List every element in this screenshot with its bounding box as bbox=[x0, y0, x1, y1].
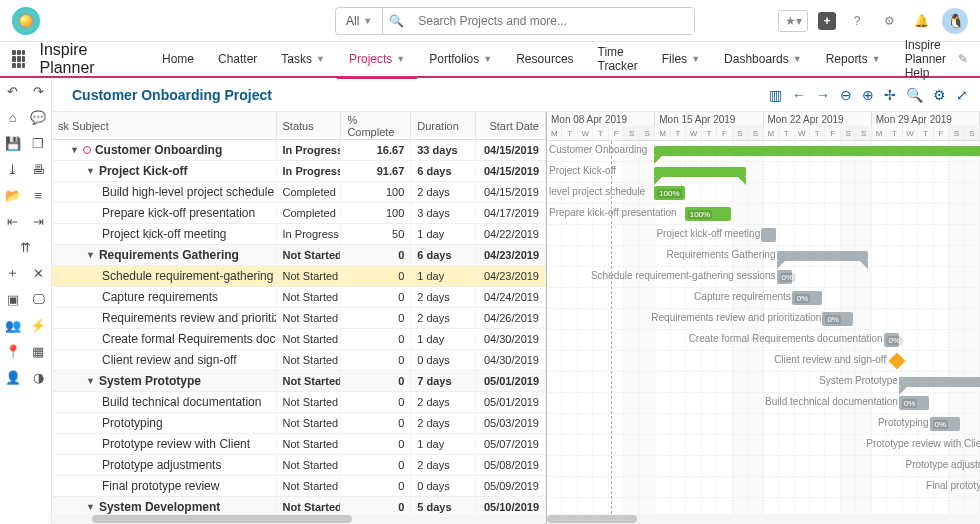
task-row[interactable]: Build high-level project scheduleComplet… bbox=[52, 182, 546, 203]
bolt-icon[interactable]: ⚡ bbox=[26, 312, 52, 338]
nav-time-tracker[interactable]: Time Tracker bbox=[586, 41, 650, 77]
col-task[interactable]: sk Subject bbox=[52, 112, 277, 139]
avatar[interactable]: 🐧 bbox=[942, 8, 968, 34]
gantt-bar[interactable] bbox=[899, 377, 980, 387]
task-row[interactable]: ▼Project Kick-offIn Progress91.676 days0… bbox=[52, 161, 546, 182]
caret-icon[interactable]: ▼ bbox=[86, 376, 95, 386]
task-row[interactable]: Create formal Requirements documentation… bbox=[52, 329, 546, 350]
task-row[interactable]: Prototype adjustmentsNot Started02 days0… bbox=[52, 455, 546, 476]
col-pct[interactable]: % Complete bbox=[341, 112, 411, 139]
arrow-left-icon[interactable]: ← bbox=[792, 87, 806, 103]
grid-scrollbar[interactable] bbox=[52, 514, 546, 524]
nav-inspire-planner-help[interactable]: Inspire Planner Help bbox=[893, 41, 958, 77]
undo-icon[interactable]: ↶ bbox=[0, 78, 26, 104]
list-icon[interactable]: ≡ bbox=[26, 182, 52, 208]
arrow-right-icon[interactable]: → bbox=[816, 87, 830, 103]
export-icon[interactable]: ⤓ bbox=[0, 156, 26, 182]
clipboard-icon[interactable]: ▣ bbox=[0, 286, 26, 312]
indent-left-icon[interactable]: ⇤ bbox=[0, 208, 26, 234]
col-status[interactable]: Status bbox=[277, 112, 342, 139]
save-icon[interactable]: 💾 bbox=[0, 130, 26, 156]
assign-icon[interactable]: 👤 bbox=[0, 364, 26, 390]
indent-right-icon[interactable]: ⇥ bbox=[26, 208, 52, 234]
task-row[interactable]: Capture requirementsNot Started02 days04… bbox=[52, 287, 546, 308]
milestone-icon[interactable] bbox=[889, 353, 906, 370]
settings-icon[interactable]: ⚙ bbox=[933, 87, 946, 103]
gantt-bar[interactable]: 0% bbox=[777, 270, 792, 284]
nav-projects[interactable]: Projects▼ bbox=[337, 41, 417, 77]
nav-bar: Inspire Planner HomeChatterTasks▼Project… bbox=[0, 42, 980, 78]
gantt-bar[interactable]: 0% bbox=[884, 333, 899, 347]
gauge-icon[interactable]: ◑ bbox=[26, 364, 52, 390]
gantt-scrollbar[interactable] bbox=[547, 514, 980, 524]
copy-icon[interactable]: ❐ bbox=[26, 130, 52, 156]
favorite-icon[interactable]: ★▾ bbox=[778, 10, 808, 32]
collapse-icon[interactable]: ⇈ bbox=[0, 234, 51, 260]
add-icon[interactable]: + bbox=[818, 12, 836, 30]
task-row[interactable]: Prepare kick-off presentationCompleted10… bbox=[52, 203, 546, 224]
users-icon[interactable]: 👥 bbox=[0, 312, 26, 338]
zoom-in-icon[interactable]: ⊕ bbox=[862, 87, 874, 103]
task-row[interactable]: Prototype review with ClientNot Started0… bbox=[52, 434, 546, 455]
nav-dashboards[interactable]: Dashboards▼ bbox=[712, 41, 814, 77]
caret-icon[interactable]: ▼ bbox=[86, 250, 95, 260]
app-launcher-icon[interactable] bbox=[12, 50, 25, 68]
task-row[interactable]: ▼System DevelopmentNot Started05 days05/… bbox=[52, 497, 546, 514]
gantt-bar[interactable]: 0% bbox=[930, 417, 961, 431]
task-row[interactable]: Client review and sign-offNot Started00 … bbox=[52, 350, 546, 371]
task-row[interactable]: ▼Customer OnboardingIn Progress16.6733 d… bbox=[52, 140, 546, 161]
search-filter[interactable]: All ▼ bbox=[336, 8, 383, 34]
nav-tasks[interactable]: Tasks▼ bbox=[269, 41, 337, 77]
redo-icon[interactable]: ↷ bbox=[26, 78, 52, 104]
close-icon[interactable]: ✕ bbox=[26, 260, 52, 286]
task-row[interactable]: Project kick-off meetingIn Progress501 d… bbox=[52, 224, 546, 245]
nav-home[interactable]: Home bbox=[150, 41, 206, 77]
task-row[interactable]: PrototypingNot Started02 days05/03/2019 bbox=[52, 413, 546, 434]
task-row[interactable]: Final prototype reviewNot Started00 days… bbox=[52, 476, 546, 497]
expand-icon[interactable]: ⤢ bbox=[956, 87, 968, 103]
search-icon-2[interactable]: 🔍 bbox=[906, 87, 923, 103]
nav-resources[interactable]: Resources bbox=[504, 41, 585, 77]
chat-icon[interactable]: 💬 bbox=[26, 104, 52, 130]
gantt-bar[interactable] bbox=[654, 167, 746, 177]
gantt-bar[interactable]: 0% bbox=[792, 291, 823, 305]
pencil-icon[interactable]: ✎ bbox=[958, 52, 968, 66]
nav-reports[interactable]: Reports▼ bbox=[814, 41, 893, 77]
col-dur[interactable]: Duration bbox=[411, 112, 476, 139]
caret-icon[interactable]: ▼ bbox=[70, 145, 79, 155]
task-row[interactable]: Build technical documentationNot Started… bbox=[52, 392, 546, 413]
caret-icon[interactable]: ▼ bbox=[86, 502, 95, 512]
nav-files[interactable]: Files▼ bbox=[650, 41, 712, 77]
gear-icon[interactable]: ⚙ bbox=[878, 10, 900, 32]
left-toolbar: ↶↷ ⌂💬 💾❐ ⤓🖶 📂≡ ⇤⇥ ⇈ ＋✕ ▣🖵 👥⚡ 📍▦ 👤◑ bbox=[0, 78, 52, 524]
nav-portfolios[interactable]: Portfolios▼ bbox=[417, 41, 504, 77]
task-row[interactable]: Schedule requirement-gathering sessionsN… bbox=[52, 266, 546, 287]
task-row[interactable]: ▼Requirements GatheringNot Started06 day… bbox=[52, 245, 546, 266]
gantt-bar[interactable]: 0% bbox=[822, 312, 853, 326]
task-row[interactable]: ▼System PrototypeNot Started07 days05/01… bbox=[52, 371, 546, 392]
folder-icon[interactable]: 📂 bbox=[0, 182, 26, 208]
gantt-bar[interactable]: 0% bbox=[899, 396, 930, 410]
fit-icon[interactable]: ✢ bbox=[884, 87, 896, 103]
home-icon[interactable]: ⌂ bbox=[0, 104, 26, 130]
caret-icon[interactable]: ▼ bbox=[86, 166, 95, 176]
col-start[interactable]: Start Date bbox=[476, 112, 546, 139]
columns-icon[interactable]: ▥ bbox=[769, 87, 782, 103]
plus-icon[interactable]: ＋ bbox=[0, 260, 26, 286]
monitor-icon[interactable]: 🖵 bbox=[26, 286, 52, 312]
zoom-out-icon[interactable]: ⊖ bbox=[840, 87, 852, 103]
gantt-bar[interactable] bbox=[654, 146, 980, 156]
gantt-bar[interactable]: 100% bbox=[685, 207, 731, 221]
pin-icon[interactable]: 📍 bbox=[0, 338, 26, 364]
grid-icon[interactable]: ▦ bbox=[26, 338, 52, 364]
gantt-bar[interactable] bbox=[777, 251, 869, 261]
gantt-bar[interactable]: 100% bbox=[654, 186, 685, 200]
task-row[interactable]: Requirements review and prioritizationNo… bbox=[52, 308, 546, 329]
notification-icon[interactable]: 🔔 bbox=[910, 10, 932, 32]
print-icon[interactable]: 🖶 bbox=[26, 156, 52, 182]
search-input[interactable] bbox=[410, 8, 694, 34]
nav-chatter[interactable]: Chatter bbox=[206, 41, 269, 77]
help-icon[interactable]: ? bbox=[846, 10, 868, 32]
gantt-bar[interactable] bbox=[761, 228, 776, 242]
dot-icon bbox=[83, 146, 91, 154]
